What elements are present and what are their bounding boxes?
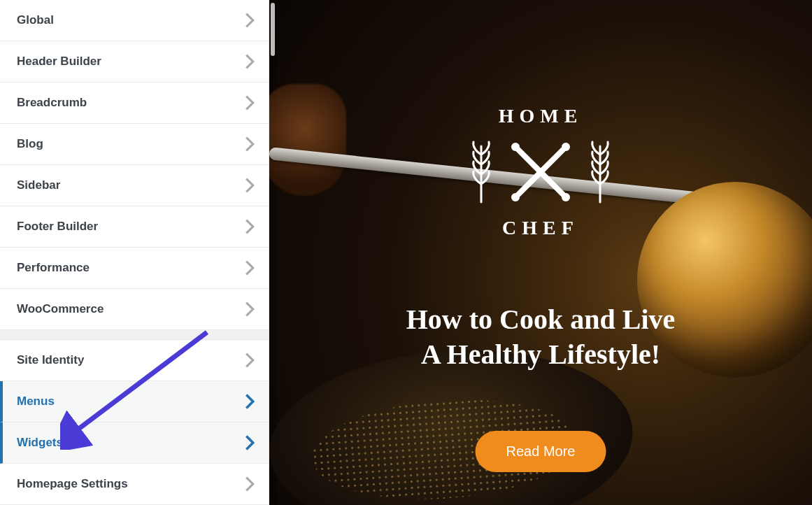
site-logo: HOME [469, 105, 612, 239]
logo-text-top: HOME [469, 105, 612, 127]
sidebar-item-breadcrumb[interactable]: Breadcrumb [0, 83, 269, 124]
preview-pane: HOME [269, 0, 812, 505]
chevron-right-icon [245, 260, 255, 276]
sidebar-item-performance[interactable]: Performance [0, 248, 269, 289]
chevron-right-icon [245, 178, 255, 193]
sidebar-item-menus[interactable]: Menus [0, 381, 269, 422]
chevron-right-icon [245, 394, 255, 409]
sidebar-item-label: Global [17, 13, 54, 27]
sidebar-section-divider [0, 330, 269, 340]
svg-point-4 [562, 143, 570, 151]
logo-text-bottom: CHEF [469, 217, 612, 239]
sidebar-item-label: Performance [17, 261, 90, 275]
chevron-right-icon [245, 95, 255, 111]
wheat-right-icon [588, 141, 612, 204]
rolling-pins-icon [506, 137, 576, 207]
sidebar-item-label: WooCommerce [17, 302, 104, 316]
sidebar-item-label: Homepage Settings [17, 477, 128, 491]
chevron-right-icon [245, 136, 255, 152]
sidebar-item-widgets[interactable]: Widgets [0, 422, 269, 464]
hero-headline-line2: A Healthy Lifestyle! [421, 339, 660, 370]
chevron-right-icon [245, 353, 255, 368]
sidebar-item-homepage-settings[interactable]: Homepage Settings [0, 464, 269, 505]
hero-headline: How to Cook and Live A Healthy Lifestyle… [345, 302, 736, 372]
sidebar-item-woocommerce[interactable]: WooCommerce [0, 289, 269, 330]
sidebar-item-label: Footer Builder [17, 220, 98, 234]
chevron-right-icon [245, 301, 255, 317]
svg-point-5 [511, 143, 520, 151]
sidebar-item-label: Site Identity [17, 353, 84, 367]
scene-hand [269, 84, 346, 196]
sidebar-item-label: Widgets [17, 436, 63, 450]
svg-point-3 [511, 193, 520, 201]
customizer-sidebar: Global Header Builder Breadcrumb Blog Si… [0, 0, 269, 505]
sidebar-item-blog[interactable]: Blog [0, 124, 269, 165]
sidebar-item-site-identity[interactable]: Site Identity [0, 340, 269, 381]
sidebar-item-header-builder[interactable]: Header Builder [0, 41, 269, 83]
chevron-right-icon [245, 435, 255, 450]
chevron-right-icon [245, 13, 255, 28]
chevron-right-icon [245, 476, 255, 492]
sidebar-item-label: Breadcrumb [17, 96, 87, 110]
read-more-button[interactable]: Read More [476, 431, 606, 472]
app-root: Global Header Builder Breadcrumb Blog Si… [0, 0, 812, 505]
hero-headline-line1: How to Cook and Live [406, 304, 676, 335]
sidebar-item-label: Blog [17, 137, 43, 151]
scrollbar-thumb[interactable] [271, 3, 275, 56]
sidebar-item-label: Header Builder [17, 55, 101, 69]
chevron-right-icon [245, 219, 255, 234]
sidebar-item-label: Menus [17, 394, 55, 408]
sidebar-item-sidebar[interactable]: Sidebar [0, 165, 269, 206]
svg-point-6 [562, 193, 570, 201]
sidebar-item-global[interactable]: Global [0, 0, 269, 41]
chevron-right-icon [245, 54, 255, 69]
sidebar-item-label: Sidebar [17, 178, 60, 192]
sidebar-item-footer-builder[interactable]: Footer Builder [0, 206, 269, 248]
wheat-left-icon [469, 141, 493, 204]
